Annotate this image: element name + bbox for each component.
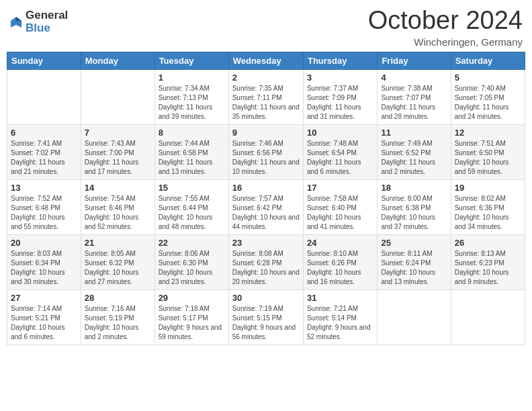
col-wednesday: Wednesday [228, 52, 303, 69]
calendar-day-cell: 11Sunrise: 7:49 AM Sunset: 6:52 PM Dayli… [378, 124, 451, 179]
day-number: 1 [159, 73, 225, 83]
day-detail: Sunrise: 7:21 AM Sunset: 5:14 PM Dayligh… [307, 304, 373, 342]
day-number: 3 [307, 73, 373, 83]
day-number: 16 [232, 183, 300, 193]
day-number: 21 [85, 238, 151, 248]
day-number: 7 [85, 128, 151, 138]
day-detail: Sunrise: 7:44 AM Sunset: 6:58 PM Dayligh… [159, 139, 225, 177]
day-number: 28 [85, 293, 151, 303]
calendar-week-row: 6Sunrise: 7:41 AM Sunset: 7:02 PM Daylig… [7, 124, 525, 179]
title-block: October 2024 Wincheringen, Germany [368, 7, 523, 48]
day-detail: Sunrise: 7:49 AM Sunset: 6:52 PM Dayligh… [381, 139, 447, 177]
day-detail: Sunrise: 7:46 AM Sunset: 6:56 PM Dayligh… [232, 139, 300, 177]
calendar-day-cell [451, 289, 525, 345]
calendar-day-cell: 20Sunrise: 8:03 AM Sunset: 6:34 PM Dayli… [7, 234, 81, 289]
day-detail: Sunrise: 8:10 AM Sunset: 6:26 PM Dayligh… [307, 249, 373, 287]
day-detail: Sunrise: 7:34 AM Sunset: 7:13 PM Dayligh… [159, 84, 225, 122]
calendar-day-cell: 3Sunrise: 7:37 AM Sunset: 7:09 PM Daylig… [303, 69, 377, 124]
day-detail: Sunrise: 8:03 AM Sunset: 6:34 PM Dayligh… [11, 249, 77, 287]
day-detail: Sunrise: 7:40 AM Sunset: 7:05 PM Dayligh… [455, 84, 521, 122]
calendar-day-cell: 9Sunrise: 7:46 AM Sunset: 6:56 PM Daylig… [228, 124, 303, 179]
calendar-day-cell: 17Sunrise: 7:58 AM Sunset: 6:40 PM Dayli… [303, 179, 377, 234]
day-number: 8 [159, 128, 225, 138]
day-detail: Sunrise: 7:19 AM Sunset: 5:15 PM Dayligh… [232, 304, 300, 342]
day-number: 23 [232, 238, 300, 248]
day-detail: Sunrise: 8:13 AM Sunset: 6:23 PM Dayligh… [455, 249, 521, 287]
calendar-day-cell: 6Sunrise: 7:41 AM Sunset: 7:02 PM Daylig… [7, 124, 81, 179]
day-detail: Sunrise: 7:16 AM Sunset: 5:19 PM Dayligh… [85, 304, 151, 342]
day-detail: Sunrise: 7:14 AM Sunset: 5:21 PM Dayligh… [11, 304, 77, 342]
calendar-day-cell: 1Sunrise: 7:34 AM Sunset: 7:13 PM Daylig… [154, 69, 228, 124]
calendar-day-cell [81, 69, 154, 124]
day-detail: Sunrise: 7:48 AM Sunset: 6:54 PM Dayligh… [307, 139, 373, 177]
day-number: 31 [307, 293, 373, 303]
day-detail: Sunrise: 7:57 AM Sunset: 6:42 PM Dayligh… [232, 194, 300, 232]
day-detail: Sunrise: 8:00 AM Sunset: 6:38 PM Dayligh… [381, 194, 447, 232]
day-detail: Sunrise: 7:58 AM Sunset: 6:40 PM Dayligh… [307, 194, 373, 232]
page-header: General Blue October 2024 Wincheringen, … [7, 7, 525, 48]
calendar-week-row: 27Sunrise: 7:14 AM Sunset: 5:21 PM Dayli… [7, 289, 525, 345]
day-number: 11 [381, 128, 447, 138]
day-number: 22 [159, 238, 225, 248]
day-number: 24 [307, 238, 373, 248]
calendar-week-row: 13Sunrise: 7:52 AM Sunset: 6:48 PM Dayli… [7, 179, 525, 234]
calendar-day-cell: 29Sunrise: 7:18 AM Sunset: 5:17 PM Dayli… [154, 289, 228, 345]
day-detail: Sunrise: 8:06 AM Sunset: 6:30 PM Dayligh… [159, 249, 225, 287]
day-detail: Sunrise: 7:51 AM Sunset: 6:50 PM Dayligh… [455, 139, 521, 177]
col-friday: Friday [378, 52, 451, 69]
day-number: 5 [455, 73, 521, 83]
col-sunday: Sunday [7, 52, 81, 69]
day-detail: Sunrise: 8:08 AM Sunset: 6:28 PM Dayligh… [232, 249, 300, 287]
calendar-day-cell: 18Sunrise: 8:00 AM Sunset: 6:38 PM Dayli… [378, 179, 451, 234]
calendar-day-cell: 24Sunrise: 8:10 AM Sunset: 6:26 PM Dayli… [303, 234, 377, 289]
calendar-day-cell [378, 289, 451, 345]
day-number: 27 [11, 293, 77, 303]
location: Wincheringen, Germany [368, 36, 523, 48]
calendar-day-cell: 10Sunrise: 7:48 AM Sunset: 6:54 PM Dayli… [303, 124, 377, 179]
calendar-day-cell: 21Sunrise: 8:05 AM Sunset: 6:32 PM Dayli… [81, 234, 154, 289]
day-detail: Sunrise: 8:11 AM Sunset: 6:24 PM Dayligh… [381, 249, 447, 287]
calendar-day-cell: 28Sunrise: 7:16 AM Sunset: 5:19 PM Dayli… [81, 289, 154, 345]
calendar-day-cell: 15Sunrise: 7:55 AM Sunset: 6:44 PM Dayli… [154, 179, 228, 234]
calendar-day-cell: 19Sunrise: 8:02 AM Sunset: 6:36 PM Dayli… [451, 179, 525, 234]
day-number: 6 [11, 128, 77, 138]
day-number: 12 [455, 128, 521, 138]
day-number: 13 [11, 183, 77, 193]
day-number: 18 [381, 183, 447, 193]
day-number: 26 [455, 238, 521, 248]
day-number: 14 [85, 183, 151, 193]
day-number: 30 [232, 293, 300, 303]
calendar-day-cell: 7Sunrise: 7:43 AM Sunset: 7:00 PM Daylig… [81, 124, 154, 179]
day-number: 15 [159, 183, 225, 193]
day-detail: Sunrise: 7:52 AM Sunset: 6:48 PM Dayligh… [11, 194, 77, 232]
calendar-day-cell: 26Sunrise: 8:13 AM Sunset: 6:23 PM Dayli… [451, 234, 525, 289]
day-detail: Sunrise: 7:38 AM Sunset: 7:07 PM Dayligh… [381, 84, 447, 122]
day-detail: Sunrise: 7:41 AM Sunset: 7:02 PM Dayligh… [11, 139, 77, 177]
col-tuesday: Tuesday [154, 52, 228, 69]
day-detail: Sunrise: 7:37 AM Sunset: 7:09 PM Dayligh… [307, 84, 373, 122]
calendar-day-cell: 16Sunrise: 7:57 AM Sunset: 6:42 PM Dayli… [228, 179, 303, 234]
svg-marker-1 [16, 17, 21, 21]
calendar-day-cell [7, 69, 81, 124]
calendar-week-row: 20Sunrise: 8:03 AM Sunset: 6:34 PM Dayli… [7, 234, 525, 289]
logo-blue: Blue [26, 22, 68, 35]
day-detail: Sunrise: 8:02 AM Sunset: 6:36 PM Dayligh… [455, 194, 521, 232]
calendar-day-cell: 2Sunrise: 7:35 AM Sunset: 7:11 PM Daylig… [228, 69, 303, 124]
calendar-day-cell: 27Sunrise: 7:14 AM Sunset: 5:21 PM Dayli… [7, 289, 81, 345]
month-title: October 2024 [368, 7, 523, 35]
col-thursday: Thursday [303, 52, 377, 69]
calendar-day-cell: 22Sunrise: 8:06 AM Sunset: 6:30 PM Dayli… [154, 234, 228, 289]
calendar-day-cell: 14Sunrise: 7:54 AM Sunset: 6:46 PM Dayli… [81, 179, 154, 234]
calendar-header-row: Sunday Monday Tuesday Wednesday Thursday… [7, 52, 525, 69]
day-detail: Sunrise: 7:35 AM Sunset: 7:11 PM Dayligh… [232, 84, 300, 122]
day-detail: Sunrise: 7:18 AM Sunset: 5:17 PM Dayligh… [159, 304, 225, 342]
calendar-day-cell: 30Sunrise: 7:19 AM Sunset: 5:15 PM Dayli… [228, 289, 303, 345]
day-number: 19 [455, 183, 521, 193]
day-number: 29 [159, 293, 225, 303]
day-number: 20 [11, 238, 77, 248]
day-number: 17 [307, 183, 373, 193]
calendar-day-cell: 8Sunrise: 7:44 AM Sunset: 6:58 PM Daylig… [154, 124, 228, 179]
day-number: 10 [307, 128, 373, 138]
col-saturday: Saturday [451, 52, 525, 69]
day-detail: Sunrise: 8:05 AM Sunset: 6:32 PM Dayligh… [85, 249, 151, 287]
